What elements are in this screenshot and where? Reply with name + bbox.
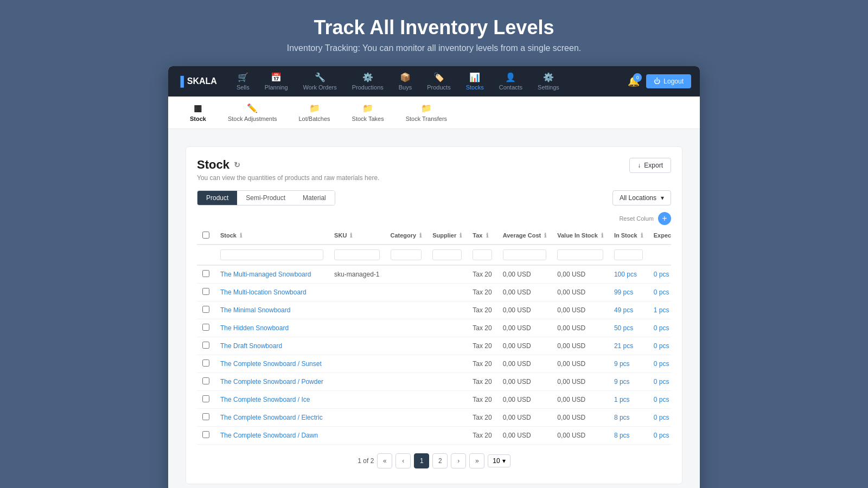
row-checkbox-8[interactable]: [202, 413, 209, 420]
buys-icon: 📦: [400, 72, 411, 82]
page-1-button[interactable]: 1: [414, 453, 429, 468]
stock-header: Stock ↻ You can view the quantities of p…: [197, 158, 671, 182]
tax-cell-8: Tax 20: [467, 409, 497, 427]
logo-text: SKALA: [187, 76, 217, 86]
add-column-button[interactable]: +: [658, 212, 671, 225]
page-2-button[interactable]: 2: [432, 453, 448, 468]
filter-stock[interactable]: [220, 249, 323, 260]
subnav-transfers[interactable]: 📁 Stock Transfers: [397, 99, 456, 126]
nav-item-products[interactable]: 🏷️ Products: [420, 68, 457, 95]
row-checkbox-2[interactable]: [202, 306, 209, 313]
page-info: 1 of 2: [358, 457, 374, 465]
product-link-9[interactable]: The Complete Snowboard / Dawn: [220, 432, 318, 439]
sku-cell-5: [329, 355, 385, 373]
col-stock: Stock ℹ: [215, 227, 329, 245]
nav-item-settings[interactable]: ⚙️ Settings: [531, 68, 566, 95]
product-link-2[interactable]: The Minimal Snowboard: [220, 306, 290, 314]
nav-item-stocks-label: Stocks: [466, 84, 484, 91]
subnav-adjustments[interactable]: ✏️ Stock Adjustments: [219, 99, 286, 126]
table-row: The Complete Snowboard / Ice Tax 20 0,00…: [197, 391, 671, 409]
value-in-stock-cell-3: 0,00 USD: [552, 319, 609, 337]
page-last-button[interactable]: »: [469, 453, 484, 468]
col-category: Category ℹ: [385, 227, 427, 245]
product-link-5[interactable]: The Complete Snowboard / Sunset: [220, 360, 322, 368]
product-link-4[interactable]: The Draft Snowboard: [220, 342, 282, 350]
logout-button[interactable]: ⏻ Logout: [646, 74, 691, 88]
tab-semi-product[interactable]: Semi-Product: [237, 191, 294, 205]
notification-bell[interactable]: 🔔 0: [628, 75, 640, 87]
nav-item-buys[interactable]: 📦 Buys: [392, 68, 418, 95]
row-checkbox-1[interactable]: [202, 288, 209, 295]
main-content: Stock ↻ You can view the quantities of p…: [186, 146, 682, 484]
sku-cell-0: sku-managed-1: [329, 265, 385, 284]
expected-cell-1: 0 pcs: [648, 284, 671, 301]
nav-item-planning[interactable]: 📅 Planning: [258, 68, 295, 95]
nav-item-sells[interactable]: 🛒 Sells: [230, 68, 256, 95]
filter-category[interactable]: [391, 249, 422, 260]
tax-cell-5: Tax 20: [467, 355, 497, 373]
value-in-stock-cell-4: 0,00 USD: [552, 337, 609, 355]
nav-item-settings-label: Settings: [538, 84, 559, 91]
reset-columns-button[interactable]: Reset Colum: [619, 215, 654, 222]
refresh-icon[interactable]: ↻: [234, 160, 240, 169]
select-all-checkbox[interactable]: [202, 232, 209, 239]
export-label: Export: [644, 162, 663, 169]
product-link-1[interactable]: The Multi-location Snowboard: [220, 288, 307, 296]
row-checkbox-6[interactable]: [202, 377, 209, 384]
value-in-stock-cell-0: 0,00 USD: [552, 265, 609, 284]
subnav-stocktakes[interactable]: 📁 Stock Takes: [343, 99, 393, 126]
tab-product[interactable]: Product: [197, 191, 237, 205]
row-checkbox-9[interactable]: [202, 431, 209, 438]
col-avg-cost: Average Cost ℹ: [497, 227, 552, 245]
product-link-8[interactable]: The Complete Snowboard / Electric: [220, 414, 323, 421]
value-in-stock-cell-5: 0,00 USD: [552, 355, 609, 373]
nav-item-contacts[interactable]: 👤 Contacts: [493, 68, 529, 95]
expected-cell-7: 0 pcs: [648, 391, 671, 409]
product-link-0[interactable]: The Multi-managed Snowboard: [220, 271, 311, 278]
filter-supplier[interactable]: [432, 249, 462, 260]
subnav-stock[interactable]: ▦ Stock: [181, 99, 215, 126]
filter-tax[interactable]: [473, 249, 492, 260]
avg-cost-cell-0: 0,00 USD: [497, 265, 552, 284]
location-filter[interactable]: All Locations ▾: [612, 190, 671, 206]
product-link-7[interactable]: The Complete Snowboard / Ice: [220, 396, 310, 403]
adjustments-icon: ✏️: [247, 103, 258, 113]
supplier-cell-8: [427, 409, 467, 427]
row-checkbox-0[interactable]: [202, 270, 209, 277]
page-first-button[interactable]: «: [377, 453, 392, 468]
expected-cell-6: 0 pcs: [648, 373, 671, 391]
subnav-stocktakes-label: Stock Takes: [352, 115, 384, 122]
stocks-icon: 📊: [469, 72, 480, 82]
avg-cost-cell-3: 0,00 USD: [497, 319, 552, 337]
row-checkbox-4[interactable]: [202, 342, 209, 349]
filter-in-stock[interactable]: [614, 249, 643, 260]
tax-cell-7: Tax 20: [467, 391, 497, 409]
page-next-button[interactable]: ›: [451, 453, 466, 468]
nav-item-workorders[interactable]: 🔧 Work Orders: [297, 68, 343, 95]
tab-material[interactable]: Material: [294, 191, 335, 205]
subnav-lotbatches[interactable]: 📁 Lot/Batches: [290, 99, 339, 126]
product-link-3[interactable]: The Hidden Snowboard: [220, 324, 289, 332]
filter-avg-cost[interactable]: [503, 249, 547, 260]
nav-item-stocks[interactable]: 📊 Stocks: [459, 68, 490, 95]
filter-sku[interactable]: [334, 249, 379, 260]
stock-subnav-icon: ▦: [194, 103, 202, 113]
filter-value-in-stock[interactable]: [557, 249, 603, 260]
page-prev-button[interactable]: ‹: [395, 453, 411, 468]
tax-cell-4: Tax 20: [467, 337, 497, 355]
nav-item-contacts-label: Contacts: [499, 84, 522, 91]
row-checkbox-3[interactable]: [202, 324, 209, 331]
workorders-icon: 🔧: [315, 72, 326, 82]
sub-nav: ▦ Stock ✏️ Stock Adjustments 📁 Lot/Batch…: [168, 97, 700, 129]
per-page-selector[interactable]: 10 ▾: [488, 454, 510, 467]
table-row: The Minimal Snowboard Tax 20 0,00 USD 0,…: [197, 301, 671, 319]
row-checkbox-5[interactable]: [202, 359, 209, 367]
row-checkbox-7[interactable]: [202, 395, 209, 402]
notification-badge: 0: [633, 73, 642, 82]
avg-cost-cell-5: 0,00 USD: [497, 355, 552, 373]
nav-item-productions[interactable]: ⚙️ Productions: [346, 68, 390, 95]
logout-label: Logout: [663, 78, 684, 85]
product-type-tabs: Product Semi-Product Material: [197, 190, 335, 206]
export-button[interactable]: ↓ Export: [629, 158, 671, 173]
product-link-6[interactable]: The Complete Snowboard / Powder: [220, 378, 323, 386]
